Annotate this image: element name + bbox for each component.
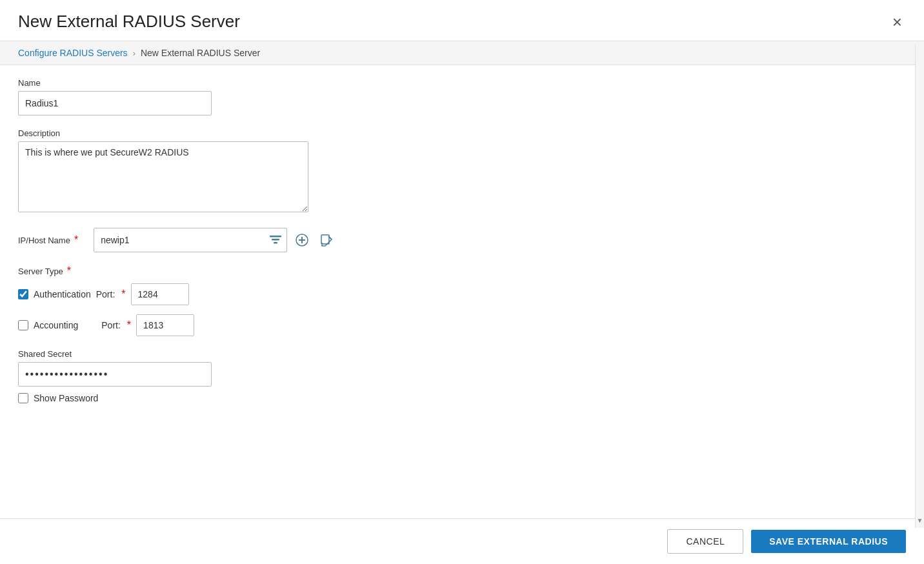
auth-port-required: * <box>121 288 125 300</box>
description-textarea[interactable]: This is where we put SecureW2 RADIUS <box>18 141 308 212</box>
acct-port-required: * <box>127 319 131 331</box>
svg-rect-0 <box>270 236 281 237</box>
shared-secret-input[interactable] <box>18 362 212 387</box>
ip-input-container <box>94 228 287 252</box>
breadcrumb-current: New External RADIUS Server <box>141 48 260 58</box>
modal-container: New External RADIUS Server × Configure R… <box>0 0 924 564</box>
server-type-group: Server Type * Authentication Port: * Acc… <box>18 265 906 336</box>
add-ip-button[interactable] <box>292 230 312 250</box>
cancel-button[interactable]: CANCEL <box>667 529 743 554</box>
show-password-checkbox[interactable] <box>18 393 28 403</box>
acct-port-label: Port: <box>101 320 121 330</box>
description-field-group: Description This is where we put SecureW… <box>18 128 906 215</box>
auth-port-label: Port: <box>96 289 115 299</box>
modal-title: New External RADIUS Server <box>18 12 240 32</box>
show-password-row: Show Password <box>18 393 906 403</box>
server-type-label: Server Type <box>18 267 63 276</box>
filter-icon[interactable] <box>269 234 282 246</box>
shared-secret-label: Shared Secret <box>18 349 906 359</box>
close-button[interactable]: × <box>889 12 906 32</box>
acct-port-input[interactable] <box>136 314 194 336</box>
modal-body: Name Description This is where we put Se… <box>0 65 924 518</box>
breadcrumb-separator: › <box>133 48 136 58</box>
edit-ip-button[interactable] <box>317 230 336 250</box>
empty-space <box>18 416 906 494</box>
ip-input[interactable] <box>94 228 287 252</box>
ip-label: IP/Host Name <box>18 236 70 245</box>
breadcrumb-link[interactable]: Configure RADIUS Servers <box>18 48 128 58</box>
svg-rect-2 <box>274 242 277 244</box>
show-password-label[interactable]: Show Password <box>34 393 98 403</box>
auth-port-input[interactable] <box>131 283 189 305</box>
name-input[interactable] <box>18 91 212 116</box>
authentication-row: Authentication Port: * <box>18 283 906 305</box>
modal-header: New External RADIUS Server × <box>0 0 924 41</box>
modal-footer: CANCEL SAVE EXTERNAL RADIUS <box>0 518 924 564</box>
description-label: Description <box>18 128 906 138</box>
name-label: Name <box>18 78 906 88</box>
breadcrumb: Configure RADIUS Servers › New External … <box>0 41 924 65</box>
svg-rect-1 <box>272 239 279 241</box>
scrollbar[interactable]: ▼ <box>915 45 924 528</box>
accounting-checkbox[interactable] <box>18 320 28 330</box>
ip-field-group: IP/Host Name * <box>18 228 906 252</box>
authentication-label[interactable]: Authentication <box>34 289 91 299</box>
name-field-group: Name <box>18 78 906 116</box>
accounting-row: Accounting Port: * <box>18 314 906 336</box>
authentication-checkbox[interactable] <box>18 289 28 299</box>
ip-required: * <box>74 234 78 246</box>
shared-secret-group: Shared Secret Show Password <box>18 349 906 403</box>
save-button[interactable]: SAVE EXTERNAL RADIUS <box>751 530 906 553</box>
accounting-label[interactable]: Accounting <box>34 320 78 330</box>
server-type-required: * <box>67 265 71 277</box>
scroll-down-arrow[interactable]: ▼ <box>917 517 923 524</box>
